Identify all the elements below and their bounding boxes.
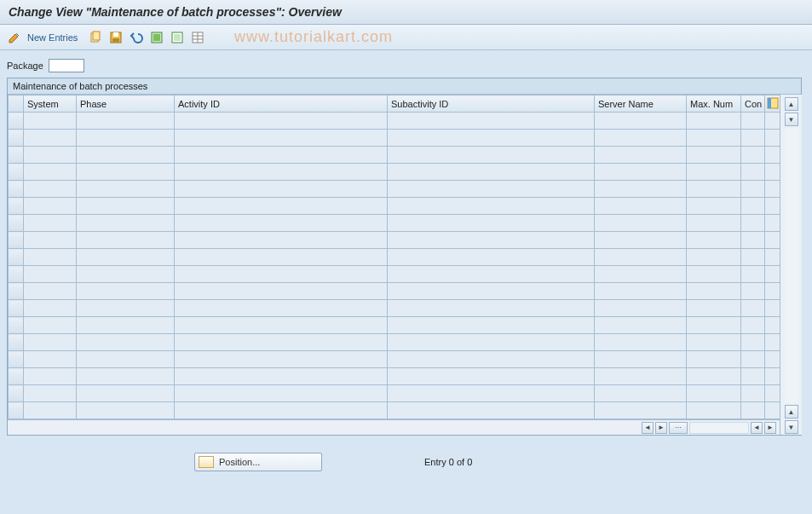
cell-subactivity[interactable] bbox=[388, 402, 595, 419]
cell-system[interactable] bbox=[24, 181, 77, 198]
table-row[interactable] bbox=[9, 147, 780, 164]
cell-phase[interactable] bbox=[77, 283, 175, 300]
cell-maxnum[interactable] bbox=[687, 283, 741, 300]
cell-subactivity[interactable] bbox=[388, 215, 595, 232]
cell-system[interactable] bbox=[24, 385, 77, 402]
cell-activity[interactable] bbox=[175, 266, 388, 283]
cell-phase[interactable] bbox=[77, 215, 175, 232]
cell-subactivity[interactable] bbox=[388, 164, 595, 181]
copy-icon[interactable] bbox=[88, 30, 103, 45]
cell-phase[interactable] bbox=[77, 351, 175, 368]
scroll-up-icon[interactable]: ▲ bbox=[785, 97, 798, 111]
cell-maxnum[interactable] bbox=[687, 164, 741, 181]
column-header-phase[interactable]: Phase bbox=[77, 95, 175, 113]
table-row[interactable] bbox=[9, 351, 780, 368]
cell-system[interactable] bbox=[24, 113, 77, 130]
undo-icon[interactable] bbox=[129, 30, 144, 45]
cell-system[interactable] bbox=[24, 351, 77, 368]
cell-activity[interactable] bbox=[175, 130, 388, 147]
column-header-server[interactable]: Server Name bbox=[595, 95, 687, 113]
row-selector[interactable] bbox=[9, 351, 24, 368]
column-settings-icon[interactable] bbox=[765, 95, 780, 113]
cell-subactivity[interactable] bbox=[388, 283, 595, 300]
row-selector[interactable] bbox=[9, 334, 24, 351]
row-selector[interactable] bbox=[9, 130, 24, 147]
table-row[interactable] bbox=[9, 283, 780, 300]
cell-phase[interactable] bbox=[77, 317, 175, 334]
cell-maxnum[interactable] bbox=[687, 198, 741, 215]
cell-subactivity[interactable] bbox=[388, 130, 595, 147]
table-row[interactable] bbox=[9, 334, 780, 351]
row-selector[interactable] bbox=[9, 164, 24, 181]
cell-system[interactable] bbox=[24, 198, 77, 215]
cell-subactivity[interactable] bbox=[388, 232, 595, 249]
table-row[interactable] bbox=[9, 198, 780, 215]
cell-phase[interactable] bbox=[77, 402, 175, 419]
table-row[interactable] bbox=[9, 181, 780, 198]
table-row[interactable] bbox=[9, 368, 780, 385]
cell-con[interactable] bbox=[741, 130, 765, 147]
cell-con[interactable] bbox=[741, 283, 765, 300]
scroll-thumb-icon[interactable]: ⋯ bbox=[669, 422, 688, 434]
cell-activity[interactable] bbox=[175, 232, 388, 249]
row-selector[interactable] bbox=[9, 266, 24, 283]
cell-phase[interactable] bbox=[77, 300, 175, 317]
row-selector[interactable] bbox=[9, 232, 24, 249]
row-selector[interactable] bbox=[9, 113, 24, 130]
cell-subactivity[interactable] bbox=[388, 266, 595, 283]
cell-maxnum[interactable] bbox=[687, 402, 741, 419]
cell-maxnum[interactable] bbox=[687, 351, 741, 368]
cell-subactivity[interactable] bbox=[388, 181, 595, 198]
cell-server[interactable] bbox=[595, 232, 687, 249]
cell-server[interactable] bbox=[595, 164, 687, 181]
cell-maxnum[interactable] bbox=[687, 113, 741, 130]
edit-icon[interactable] bbox=[7, 30, 22, 45]
row-selector-header[interactable] bbox=[9, 95, 24, 113]
row-selector[interactable] bbox=[9, 300, 24, 317]
cell-subactivity[interactable] bbox=[388, 334, 595, 351]
cell-maxnum[interactable] bbox=[687, 317, 741, 334]
cell-phase[interactable] bbox=[77, 368, 175, 385]
cell-activity[interactable] bbox=[175, 368, 388, 385]
column-header-subactivity[interactable]: Subactivity ID bbox=[388, 95, 595, 113]
cell-activity[interactable] bbox=[175, 402, 388, 419]
column-header-system[interactable]: System bbox=[24, 95, 77, 113]
cell-maxnum[interactable] bbox=[687, 181, 741, 198]
cell-activity[interactable] bbox=[175, 249, 388, 266]
cell-activity[interactable] bbox=[175, 300, 388, 317]
scroll-left2-icon[interactable]: ◄ bbox=[751, 422, 763, 434]
cell-server[interactable] bbox=[595, 147, 687, 164]
table-row[interactable] bbox=[9, 215, 780, 232]
table-row[interactable] bbox=[9, 130, 780, 147]
cell-maxnum[interactable] bbox=[687, 334, 741, 351]
table-settings-icon[interactable] bbox=[190, 30, 205, 45]
cell-con[interactable] bbox=[741, 385, 765, 402]
cell-phase[interactable] bbox=[77, 266, 175, 283]
table-row[interactable] bbox=[9, 249, 780, 266]
package-input[interactable] bbox=[49, 59, 84, 72]
cell-phase[interactable] bbox=[77, 198, 175, 215]
scrollbar-vtrack[interactable] bbox=[785, 128, 798, 403]
row-selector[interactable] bbox=[9, 215, 24, 232]
cell-subactivity[interactable] bbox=[388, 147, 595, 164]
cell-system[interactable] bbox=[24, 283, 77, 300]
table-row[interactable] bbox=[9, 266, 780, 283]
cell-activity[interactable] bbox=[175, 113, 388, 130]
table-row[interactable] bbox=[9, 317, 780, 334]
cell-system[interactable] bbox=[24, 215, 77, 232]
table-row[interactable] bbox=[9, 300, 780, 317]
cell-server[interactable] bbox=[595, 351, 687, 368]
cell-system[interactable] bbox=[24, 249, 77, 266]
scroll-left-icon[interactable]: ◄ bbox=[642, 422, 654, 434]
cell-subactivity[interactable] bbox=[388, 351, 595, 368]
cell-phase[interactable] bbox=[77, 232, 175, 249]
table-row[interactable] bbox=[9, 385, 780, 402]
row-selector[interactable] bbox=[9, 249, 24, 266]
cell-activity[interactable] bbox=[175, 181, 388, 198]
row-selector[interactable] bbox=[9, 283, 24, 300]
cell-activity[interactable] bbox=[175, 215, 388, 232]
cell-server[interactable] bbox=[595, 215, 687, 232]
cell-con[interactable] bbox=[741, 215, 765, 232]
cell-maxnum[interactable] bbox=[687, 368, 741, 385]
cell-subactivity[interactable] bbox=[388, 113, 595, 130]
